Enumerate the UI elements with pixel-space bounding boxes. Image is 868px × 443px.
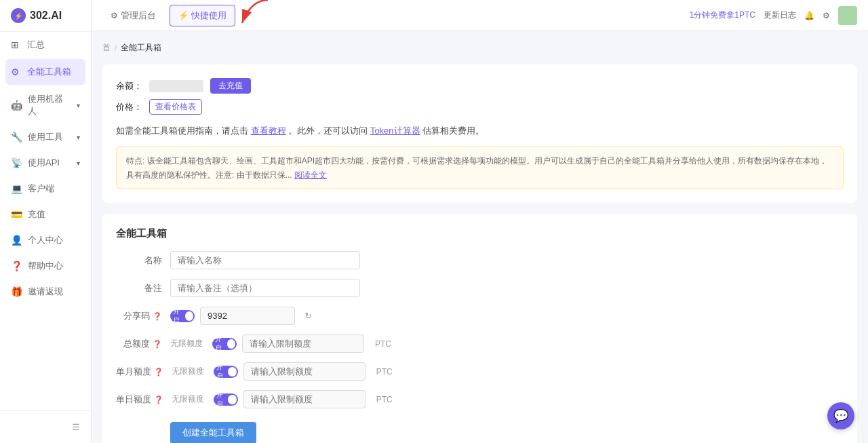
tab-admin-label: 管理后台 [121, 9, 156, 22]
personal-icon: 👤 [11, 235, 22, 246]
logo-text: 302.AI [30, 9, 62, 22]
toolbox-icon: ⚙ [11, 66, 22, 77]
sidebar-item-label: 使用API [28, 157, 60, 169]
total-toggle-label: 开启 [215, 334, 227, 353]
sidebar-item-label: 充值 [28, 208, 45, 220]
info-text: 如需全能工具箱使用指南，请点击 查看教程 。此外，还可以访问 Token计算器 … [116, 123, 844, 138]
robot-icon: 🤖 [11, 100, 22, 111]
total-unlimited-tag: 无限额度 [170, 338, 203, 349]
sidebar-item-recharge[interactable]: 💳 充值 [0, 201, 91, 227]
daily-toggle[interactable]: 开启 [214, 393, 238, 406]
breadcrumb-sep: / [115, 43, 117, 53]
monthly-quota-row: 单月额度 ❓ 无限额度 开启 PTC [116, 362, 844, 381]
sidebar-collapse-btn[interactable]: ☰ [0, 417, 91, 438]
promo-link[interactable]: 1分钟免费拿1PTC [690, 9, 755, 21]
total-quota-input[interactable] [242, 334, 364, 353]
share-code-input[interactable] [200, 307, 295, 325]
sidebar-item-label: 使用机器人 [28, 93, 71, 117]
sidebar-item-use-robot[interactable]: 🤖 使用机器人 ▾ [0, 86, 91, 124]
total-quota-help-icon[interactable]: ❓ [153, 340, 162, 348]
toggle-knob [228, 395, 236, 404]
monthly-toggle[interactable]: 开启 [214, 366, 238, 378]
sidebar-item-help[interactable]: ❓ 帮助中心 [0, 253, 91, 279]
avatar[interactable] [838, 6, 857, 25]
price-label: 价格： [116, 101, 142, 113]
balance-row: 余额： 去充值 [116, 78, 844, 94]
info-text-3: 估算相关费用。 [422, 126, 484, 136]
chat-bubble-icon: 💬 [833, 408, 848, 423]
chevron-icon: ▾ [77, 134, 80, 141]
share-toggle-wrap: 开启 ↻ [170, 307, 312, 325]
share-toggle[interactable]: 开启 [170, 310, 195, 322]
feedback-icon: 🎁 [11, 286, 22, 297]
refresh-icon[interactable]: ↻ [304, 311, 312, 321]
monthly-quota-wrap: 无限额度 开启 PTC [172, 362, 393, 381]
sidebar-item-use-tool[interactable]: 🔧 使用工具 ▾ [0, 124, 91, 150]
monthly-ptc-label: PTC [376, 367, 393, 377]
total-quota-row: 总额度 ❓ 无限额度 开启 PTC [116, 334, 844, 353]
sidebar-item-personal[interactable]: 👤 个人中心 [0, 227, 91, 253]
daily-quota-label: 单日额度 ❓ [116, 393, 172, 406]
monthly-unlimited-tag: 无限额度 [172, 366, 204, 377]
monthly-quota-help-icon[interactable]: ❓ [154, 368, 163, 376]
sidebar-item-label: 使用工具 [28, 131, 63, 143]
total-ptc-label: PTC [375, 339, 391, 349]
changelog-link[interactable]: 更新日志 [764, 9, 796, 21]
monthly-quota-input[interactable] [243, 362, 366, 381]
balance-label: 余额： [116, 80, 142, 92]
monthly-quota-label: 单月额度 ❓ [116, 366, 172, 378]
sidebar-item-feedback[interactable]: 🎁 邀请返现 [0, 279, 91, 305]
header-right: 1分钟免费拿1PTC 更新日志 🔔 ⚙ [690, 6, 857, 25]
customer-icon: 💻 [11, 183, 22, 194]
info-text-2: 。此外，还可以访问 [288, 126, 368, 136]
token-calculator-link[interactable]: Token计算器 [370, 126, 420, 136]
read-more-link[interactable]: 阅读全文 [294, 170, 327, 180]
chat-bubble[interactable]: 💬 [827, 402, 854, 429]
daily-unlimited-tag: 无限额度 [172, 393, 204, 405]
total-quota-toggle[interactable]: 开启 [212, 338, 237, 350]
name-row: 名称 [116, 251, 844, 269]
balance-section: 余额： 去充值 价格： 查看价格表 如需全能工具箱使用指南，请点击 查看教程 。… [102, 64, 857, 203]
settings-icon[interactable]: ⚙ [823, 11, 830, 20]
quick-use-tab-icon: ⚡ [178, 11, 189, 20]
sidebar-item-label: 帮助中心 [28, 260, 63, 272]
sidebar-item-summary[interactable]: ⊞ 汇总 [0, 32, 91, 58]
monthly-toggle-label: 开启 [216, 362, 229, 381]
tab-quick-use[interactable]: ⚡ 快捷使用 [170, 5, 235, 26]
chevron-icon: ▾ [77, 159, 80, 167]
daily-quota-wrap: 无限额度 开启 PTC [172, 390, 393, 408]
daily-quota-row: 单日额度 ❓ 无限额度 开启 PTC [116, 390, 844, 408]
help-icon: ❓ [11, 261, 22, 271]
sidebar-item-toolbox[interactable]: ⚙ 全能工具箱 [5, 59, 85, 85]
name-input[interactable] [170, 251, 360, 269]
share-help-icon[interactable]: ❓ [153, 312, 162, 320]
share-row: 分享码 ❓ 开启 ↻ [116, 307, 844, 325]
content-area: 首 / 全能工具箱 余额： 去充值 价格： 查看价格表 如需全能工具箱使用指南，… [92, 31, 868, 443]
admin-tab-icon: ⚙ [111, 11, 118, 20]
tool-icon: 🔧 [11, 132, 22, 142]
daily-quota-input[interactable] [243, 390, 366, 408]
breadcrumb: 首 / 全能工具箱 [102, 42, 857, 54]
note-label: 备注 [116, 282, 170, 294]
bell-icon[interactable]: 🔔 [804, 11, 814, 20]
sidebar-item-label: 全能工具箱 [27, 66, 71, 78]
note-input[interactable] [170, 279, 360, 297]
breadcrumb-current: 全能工具箱 [121, 42, 161, 54]
sidebar-item-label: 邀请返现 [28, 286, 63, 298]
sidebar-item-use-api[interactable]: 📡 使用API ▾ [0, 150, 91, 176]
api-icon: 📡 [11, 157, 22, 168]
name-label: 名称 [116, 254, 170, 267]
sidebar-item-label: 汇总 [27, 39, 45, 51]
tab-admin[interactable]: ⚙ 管理后台 [102, 5, 164, 26]
recharge-button[interactable]: 去充值 [210, 78, 251, 94]
breadcrumb-home[interactable]: 首 [102, 42, 111, 54]
tutorial-link[interactable]: 查看教程 [251, 126, 286, 136]
daily-quota-help-icon[interactable]: ❓ [154, 396, 163, 404]
create-section-title: 全能工具箱 [116, 227, 844, 240]
toggle-knob [228, 367, 236, 377]
recharge-icon: 💳 [11, 209, 22, 220]
share-label: 分享码 ❓ [116, 310, 170, 322]
create-toolbox-button[interactable]: 创建全能工具箱 [170, 422, 256, 443]
price-table-link[interactable]: 查看价格表 [149, 99, 202, 115]
sidebar-item-customer[interactable]: 💻 客户端 [0, 176, 91, 201]
